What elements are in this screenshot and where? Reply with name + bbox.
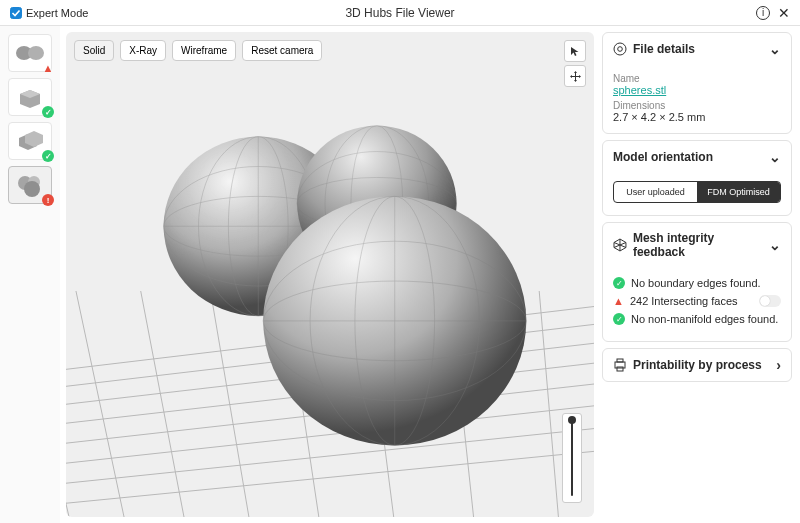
mesh-check-row: ✓No boundary edges found. xyxy=(613,277,781,289)
chevron-down-icon: ⌄ xyxy=(769,237,781,253)
titlebar: Expert Mode 3D Hubs File Viewer i ✕ xyxy=(0,0,800,26)
check-icon: ✓ xyxy=(613,277,625,289)
part-preview-icon xyxy=(14,42,46,64)
svg-point-2 xyxy=(28,46,44,60)
svg-line-10 xyxy=(66,448,594,505)
clip-slider[interactable] xyxy=(562,413,582,503)
thumbnail-item[interactable]: ✓ xyxy=(8,78,52,116)
side-panel: File details ⌄ Name spheres.stl Dimensio… xyxy=(600,26,800,523)
svg-point-45 xyxy=(614,43,626,55)
mesh-header[interactable]: Mesh integrity feedback ⌄ xyxy=(603,223,791,267)
ok-icon: ✓ xyxy=(42,106,54,118)
checkbox-icon xyxy=(10,7,22,19)
dimensions-label: Dimensions xyxy=(613,100,781,111)
part-preview-icon xyxy=(15,173,45,197)
expert-mode-label: Expert Mode xyxy=(26,7,88,19)
file-icon xyxy=(613,42,627,56)
thumbnail-item[interactable]: ! xyxy=(8,166,52,204)
mesh-check-row: ✓No non-manifold edges found. xyxy=(613,313,781,325)
svg-point-9 xyxy=(24,181,40,197)
thumbnail-strip: ▲ ✓ ✓ ! xyxy=(0,26,60,523)
expert-mode-toggle[interactable]: Expert Mode xyxy=(10,7,88,19)
svg-line-20 xyxy=(210,291,250,517)
mesh-check-row: ▲242 Intersecting faces xyxy=(613,295,781,307)
printer-icon xyxy=(613,358,627,372)
part-preview-icon xyxy=(17,86,43,108)
alert-icon: ▲ xyxy=(42,62,54,74)
orientation-segmented: User uploaded FDM Optimised xyxy=(613,181,781,203)
app-title: 3D Hubs File Viewer xyxy=(345,6,454,20)
dimensions-value: 2.7 × 4.2 × 2.5 mm xyxy=(613,111,781,123)
name-label: Name xyxy=(613,73,781,84)
part-preview-icon xyxy=(17,129,43,153)
info-icon[interactable]: i xyxy=(756,6,770,20)
svg-line-19 xyxy=(141,291,186,517)
file-name-link[interactable]: spheres.stl xyxy=(613,84,666,96)
chevron-down-icon: ⌄ xyxy=(769,149,781,165)
file-details-card: File details ⌄ Name spheres.stl Dimensio… xyxy=(602,32,792,134)
close-icon[interactable]: ✕ xyxy=(778,5,790,21)
svg-line-18 xyxy=(76,291,126,517)
thumbnail-item[interactable]: ✓ xyxy=(8,122,52,160)
thumbnail-item[interactable]: ▲ xyxy=(8,34,52,72)
intersecting-faces-toggle[interactable] xyxy=(759,295,781,307)
orientation-fdm-optimised[interactable]: FDM Optimised xyxy=(697,182,780,202)
mesh-card: Mesh integrity feedback ⌄ ✓No boundary e… xyxy=(602,222,792,342)
printability-card: Printability by process › xyxy=(602,348,792,382)
orientation-user-uploaded[interactable]: User uploaded xyxy=(614,182,697,202)
alert-icon: ! xyxy=(42,194,54,206)
printability-header[interactable]: Printability by process › xyxy=(603,349,791,381)
viewport-3d[interactable]: Solid X-Ray Wireframe Reset camera xyxy=(66,32,594,517)
chevron-right-icon: › xyxy=(776,357,781,373)
alert-icon: ▲ xyxy=(613,295,624,307)
ok-icon: ✓ xyxy=(42,150,54,162)
orientation-card: Model orientation ⌄ User uploaded FDM Op… xyxy=(602,140,792,216)
svg-rect-52 xyxy=(617,359,623,362)
scene-render xyxy=(66,32,594,517)
check-icon: ✓ xyxy=(613,313,625,325)
svg-line-24 xyxy=(539,291,559,517)
file-details-header[interactable]: File details ⌄ xyxy=(603,33,791,65)
mesh-icon xyxy=(613,238,627,252)
svg-rect-0 xyxy=(11,7,22,18)
orientation-header[interactable]: Model orientation ⌄ xyxy=(603,141,791,173)
chevron-down-icon: ⌄ xyxy=(769,41,781,57)
svg-point-46 xyxy=(618,47,623,52)
